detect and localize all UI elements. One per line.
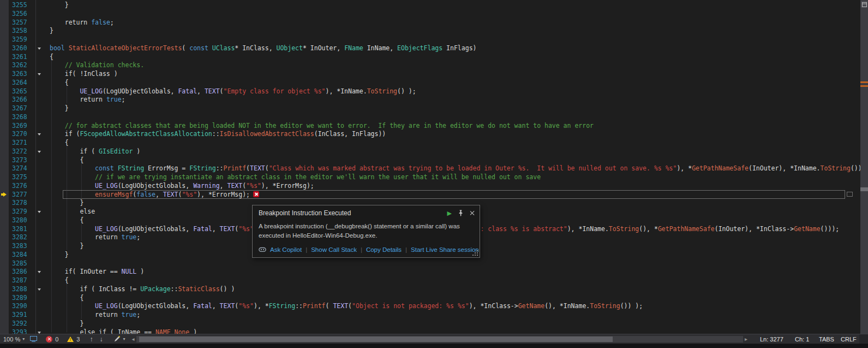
fold-chevron-icon[interactable] — [38, 288, 41, 291]
breakpoint-margin[interactable] — [0, 19, 9, 27]
horizontal-scrollbar-thumb[interactable] — [139, 337, 613, 342]
start-live-share-link[interactable]: Start Live Share session — [411, 246, 479, 253]
breakpoint-margin[interactable] — [0, 70, 9, 79]
code-line[interactable]: 3288 if ( InClass != UPackage::StaticCla… — [0, 285, 860, 294]
continue-play-icon[interactable]: ▶ — [447, 210, 452, 216]
breakpoint-margin[interactable] — [0, 164, 9, 173]
code-line[interactable]: 3261{ — [0, 53, 860, 62]
code-line[interactable]: 3269 // for abstract classes that are be… — [0, 122, 860, 131]
fold-column[interactable] — [33, 208, 50, 216]
breakpoint-margin[interactable] — [0, 173, 9, 182]
code-line[interactable]: 3255 } — [0, 1, 860, 10]
fold-chevron-icon[interactable] — [38, 73, 41, 75]
code-line[interactable]: 3256 — [0, 10, 860, 19]
fold-chevron-icon[interactable] — [38, 332, 41, 334]
breakpoint-margin[interactable] — [0, 276, 9, 285]
breakpoint-margin[interactable] — [0, 216, 9, 225]
horizontal-scrollbar[interactable] — [136, 336, 743, 343]
code-line[interactable]: 3275 // if we are trying instantiate an … — [0, 173, 860, 182]
breakpoint-margin[interactable] — [0, 44, 9, 53]
fold-column[interactable] — [33, 285, 50, 294]
code-line[interactable]: 3289 { — [0, 294, 860, 303]
breakpoint-margin[interactable] — [0, 96, 9, 104]
vertical-scrollbar[interactable] — [860, 0, 868, 334]
fold-column[interactable] — [33, 148, 50, 156]
breakpoint-margin[interactable] — [0, 225, 9, 234]
breakpoint-margin[interactable] — [0, 27, 9, 36]
code-line[interactable]: 3271 { — [0, 139, 860, 148]
breakpoint-margin[interactable] — [0, 139, 9, 148]
code-line[interactable]: 3259 — [0, 36, 860, 44]
code-line[interactable]: 3272 if ( GIsEditor ) — [0, 148, 860, 156]
breakpoint-margin[interactable] — [0, 182, 9, 191]
code-line[interactable]: 3287 { — [0, 276, 860, 285]
breakpoint-margin[interactable] — [0, 148, 9, 156]
breakpoint-margin[interactable] — [0, 328, 9, 334]
code-line[interactable]: 3274 const FString ErrorMsg = FString::P… — [0, 164, 860, 173]
fold-column[interactable] — [33, 130, 50, 139]
code-line[interactable]: 3292 } — [0, 320, 860, 328]
close-icon[interactable] — [470, 210, 475, 216]
previous-issue-button[interactable]: ↑ — [89, 336, 93, 343]
breakpoint-margin[interactable] — [0, 61, 9, 70]
code-cleanup-button[interactable]: ▾ — [113, 335, 125, 343]
code-line[interactable]: 3268 — [0, 113, 860, 122]
code-line[interactable]: 3267 } — [0, 104, 860, 113]
code-line[interactable]: 3285 — [0, 259, 860, 268]
breakpoint-margin[interactable] — [0, 104, 9, 113]
split-editor-button[interactable] — [861, 1, 867, 8]
breakpoint-margin[interactable] — [0, 87, 9, 96]
fold-column[interactable] — [33, 328, 50, 334]
code-line[interactable]: 3290 UE_LOG(LogUObjectGlobals, Fatal, TE… — [0, 302, 860, 311]
code-line[interactable]: 3260bool StaticAllocateObjectErrorTests(… — [0, 44, 860, 53]
code-line[interactable]: 3258} — [0, 27, 860, 36]
breakpoint-margin[interactable] — [0, 130, 9, 139]
code-line[interactable]: 3293 else if ( InName == NAME_None ) — [0, 328, 860, 334]
code-line[interactable]: 3264 { — [0, 79, 860, 87]
breakpoint-margin[interactable] — [0, 191, 9, 199]
fold-column[interactable] — [33, 268, 50, 276]
code-line[interactable]: 3270 if (FScopedAllowAbstractClassAlloca… — [0, 130, 860, 139]
code-line[interactable]: 3257 return false; — [0, 19, 860, 27]
breakpoint-margin[interactable] — [0, 10, 9, 19]
code-line[interactable]: 3266 return true; — [0, 96, 860, 104]
scroll-right-button[interactable]: ▸ — [745, 336, 747, 342]
code-line[interactable]: 3277 ensureMsgf(false, TEXT("%s"), *Erro… — [0, 191, 860, 199]
fold-column[interactable] — [33, 70, 50, 79]
fold-column[interactable] — [33, 44, 50, 53]
ask-copilot-link[interactable]: Ask Copilot — [270, 246, 302, 253]
breakpoint-margin[interactable] — [0, 268, 9, 276]
breakpoint-margin[interactable] — [0, 233, 9, 242]
code-line[interactable]: 3276 UE_LOG(LogUObjectGlobals, Warning, … — [0, 182, 860, 191]
breakpoint-margin[interactable] — [0, 320, 9, 328]
pin-icon[interactable] — [458, 210, 464, 216]
code-line[interactable]: 3263 if( !InClass ) — [0, 70, 860, 79]
breakpoint-margin[interactable] — [0, 36, 9, 44]
zoom-control[interactable]: 100 % ▾ — [3, 336, 25, 343]
breakpoint-margin[interactable] — [0, 251, 9, 259]
breakpoint-margin[interactable] — [0, 285, 9, 294]
breakpoint-margin[interactable] — [0, 259, 9, 268]
copy-details-link[interactable]: Copy Details — [366, 246, 402, 253]
code-line[interactable]: 3286 if( InOuter == NULL ) — [0, 268, 860, 276]
fold-chevron-icon[interactable] — [38, 211, 41, 213]
warning-count[interactable]: 3 — [76, 336, 80, 343]
fold-chevron-icon[interactable] — [38, 151, 41, 153]
error-count[interactable]: 0 — [55, 336, 58, 343]
breakpoint-margin[interactable] — [0, 302, 9, 311]
show-call-stack-link[interactable]: Show Call Stack — [311, 246, 357, 253]
breakpoint-margin[interactable] — [0, 1, 9, 10]
line-ending-indicator[interactable]: CRLF — [841, 336, 858, 343]
breakpoint-margin[interactable] — [0, 53, 9, 62]
code-line[interactable]: 3265 UE_LOG(LogUObjectGlobals, Fatal, TE… — [0, 87, 860, 96]
breakpoint-margin[interactable] — [0, 79, 9, 87]
next-issue-button[interactable]: ↓ — [99, 336, 103, 343]
indentation-indicator[interactable]: TABS — [819, 336, 837, 343]
breakpoint-margin[interactable] — [0, 113, 9, 122]
fold-chevron-icon[interactable] — [38, 271, 41, 273]
code-line[interactable]: 3273 { — [0, 156, 860, 165]
fold-chevron-icon[interactable] — [38, 48, 41, 50]
scroll-left-button[interactable]: ◂ — [131, 336, 134, 342]
code-line[interactable]: 3262 // Validation checks. — [0, 61, 860, 70]
fold-chevron-icon[interactable] — [38, 133, 41, 135]
